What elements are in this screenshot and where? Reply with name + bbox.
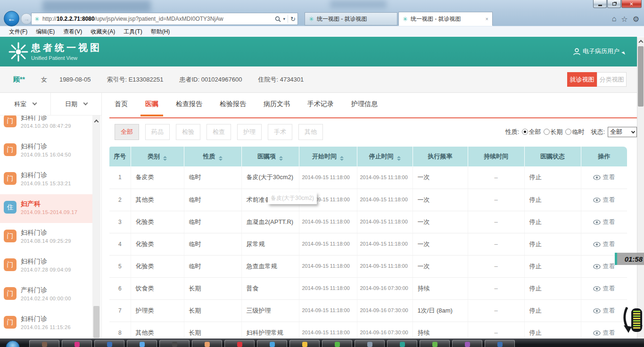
sort-icon[interactable] [219, 156, 223, 161]
tab-active-section[interactable]: 医嘱 [145, 100, 158, 115]
nature-radio[interactable] [522, 129, 528, 135]
view-link[interactable]: 查看 [581, 299, 627, 322]
settings-gear-icon[interactable]: ⚙ [633, 15, 639, 24]
column-header: 医嘱状态 [524, 147, 581, 166]
search-icon[interactable] [275, 16, 281, 22]
home-icon[interactable]: ⌂ [612, 15, 617, 24]
taskbar-app-button[interactable] [94, 340, 124, 347]
cell-stop-time: 2014-09-15 11:18:00 [357, 255, 413, 277]
close-button[interactable]: ✕ [621, 0, 642, 8]
browser-tab-2[interactable]: ✳ 统一视图 - 就诊视图 × [398, 12, 493, 26]
view-link[interactable]: 查看 [581, 211, 627, 233]
visit-list-item[interactable]: 门妇科门诊2014.09.15 15:33:21 [0, 165, 93, 194]
forward-button[interactable]: → [21, 13, 32, 25]
order-type-chip[interactable]: 全部 [115, 124, 139, 140]
scroll-cursor-overlay-icon [621, 306, 643, 335]
order-type-chip[interactable]: 其他 [298, 124, 323, 140]
cell-order-item: 尿常规 [241, 233, 299, 255]
menu-item[interactable]: 工具(T) [119, 26, 146, 37]
scrollbar-thumb[interactable] [638, 46, 644, 107]
taskbar-app-button[interactable] [224, 340, 255, 347]
browser-tab-1[interactable]: ✳ 统一视图 - 就诊视图 [305, 12, 397, 25]
scroll-up-arrow-icon[interactable] [637, 37, 644, 45]
aero-glass-blur [42, 0, 151, 12]
forward-arrow-icon: → [24, 16, 30, 23]
view-link[interactable]: 查看 [581, 189, 627, 211]
tab-section[interactable]: 病历文书 [264, 100, 290, 115]
taskbar-app-button[interactable] [159, 340, 190, 347]
tab-close-icon[interactable]: × [486, 16, 488, 22]
column-header[interactable]: 类别 [131, 147, 184, 166]
order-type-chip[interactable]: 检验 [176, 124, 200, 140]
start-button[interactable] [6, 340, 20, 347]
order-type-chip[interactable]: 护理 [237, 124, 262, 140]
tab-section[interactable]: 手术记录 [307, 100, 334, 115]
refresh-icon[interactable]: ↻ [290, 16, 296, 23]
visit-list-item[interactable]: 住妇产科2014.09.15-2014.09.17 [0, 194, 93, 223]
tab-section[interactable]: 护理信息 [351, 100, 378, 115]
scrollbar-thumb[interactable] [93, 306, 99, 338]
visit-list-item[interactable]: 门妇科门诊2014.09.15 16:04:50 [0, 137, 93, 165]
status-select[interactable]: 全部 [608, 127, 637, 137]
sort-icon[interactable] [163, 156, 167, 161]
taskbar-app-button[interactable] [355, 340, 385, 347]
user-menu[interactable]: 电子病历用户 [573, 47, 625, 56]
taskbar-app-button[interactable] [420, 340, 450, 347]
visit-list-item[interactable]: 门妇科门诊2014.07.28 09:04:09 [0, 252, 93, 281]
column-header[interactable]: 开始时间 [299, 147, 357, 166]
outpatient-icon: 门 [4, 258, 17, 271]
back-button[interactable]: ← [4, 11, 19, 26]
taskbar-app-button[interactable] [452, 340, 482, 347]
sort-icon[interactable] [340, 156, 344, 161]
taskbar-app-button[interactable] [62, 340, 92, 347]
column-header[interactable]: 停止时间 [357, 147, 413, 166]
visit-list-item[interactable]: 门产科门诊2014.02.24 00:00:00 [0, 281, 93, 309]
visit-list-item[interactable]: 门妇科门诊2014.01.26 11:15:26 [0, 309, 93, 338]
tab-section[interactable]: 检验报告 [220, 100, 246, 115]
menu-item[interactable]: 查看(V) [59, 26, 86, 37]
cell-nature: 长期 [184, 299, 241, 322]
visit-view-button[interactable]: 就诊视图 [567, 72, 597, 87]
order-type-chip[interactable]: 手术 [268, 124, 292, 140]
restore-button[interactable] [607, 0, 621, 8]
view-link[interactable]: 查看 [581, 322, 627, 339]
view-link[interactable]: 查看 [581, 233, 627, 255]
menu-item[interactable]: 收藏夹(A) [86, 26, 119, 37]
sidebar-scrollbar[interactable] [92, 116, 100, 339]
tab-section[interactable]: 检查报告 [176, 100, 202, 115]
visit-list-item[interactable]: 门妇科门诊2014.10.20 08:47:29 [0, 116, 93, 137]
sort-icon[interactable] [279, 156, 283, 161]
tab-section[interactable]: 首页 [115, 100, 128, 115]
taskbar-app-button[interactable] [485, 340, 515, 347]
sort-icon[interactable] [397, 156, 401, 161]
scroll-up-arrow-icon[interactable] [92, 116, 100, 126]
nature-radio[interactable] [565, 129, 571, 135]
taskbar-app-button[interactable] [322, 340, 352, 347]
view-link[interactable]: 查看 [581, 277, 627, 299]
taskbar-app-button[interactable] [257, 340, 287, 347]
dept-filter-dropdown[interactable]: 科室 [0, 93, 51, 115]
minimize-button[interactable] [593, 0, 607, 8]
page-scrollbar[interactable] [637, 37, 644, 339]
cell-frequency: 一次 [413, 211, 468, 233]
column-header[interactable]: 医嘱项 [241, 147, 299, 166]
menu-item[interactable]: 文件(F) [5, 26, 32, 37]
taskbar-app-button[interactable] [29, 340, 59, 347]
favorites-star-icon[interactable]: ☆ [621, 15, 627, 24]
category-view-button[interactable]: 分类视图 [597, 72, 627, 87]
taskbar-app-button[interactable] [289, 340, 320, 347]
order-type-chip[interactable]: 检查 [206, 124, 231, 140]
search-dropdown-caret[interactable]: ▾ [283, 17, 286, 21]
taskbar-app-button[interactable] [192, 340, 222, 347]
column-header[interactable]: 性质 [184, 147, 241, 166]
nature-radio[interactable] [544, 129, 550, 135]
date-filter-dropdown[interactable]: 日期 [51, 93, 101, 115]
taskbar-app-button[interactable] [127, 340, 157, 347]
taskbar-app-button[interactable] [387, 340, 417, 347]
address-bar[interactable]: ✳ http://10.2.2.71:8080/upv/jsp/view.jsp… [31, 13, 298, 25]
view-link[interactable]: 查看 [581, 166, 627, 189]
visit-list-item[interactable]: 门妇科门诊2014.08.14 09:25:29 [0, 223, 93, 252]
menu-item[interactable]: 编辑(E) [32, 26, 59, 37]
menu-item[interactable]: 帮助(H) [147, 26, 174, 37]
order-type-chip[interactable]: 药品 [145, 124, 170, 140]
